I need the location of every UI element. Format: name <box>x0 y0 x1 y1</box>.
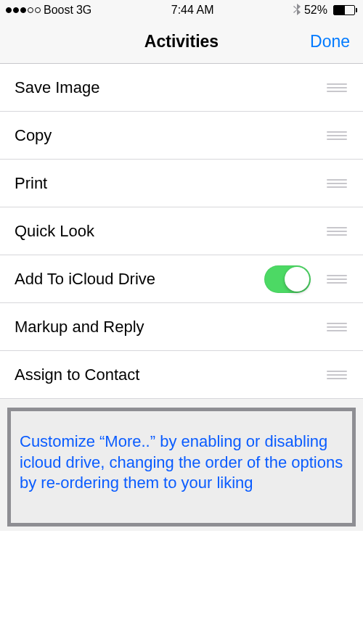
status-time: 7:44 AM <box>171 4 214 17</box>
row-print[interactable]: Print <box>0 160 363 207</box>
battery-percent: 52% <box>304 4 327 17</box>
row-label: Save Image <box>15 78 324 97</box>
network-type: 3G <box>76 4 91 17</box>
signal-strength-icon <box>6 7 41 13</box>
row-label: Quick Look <box>15 222 324 241</box>
row-label: Copy <box>15 126 324 145</box>
drag-handle-icon[interactable] <box>324 128 350 143</box>
row-add-to-icloud-drive[interactable]: Add To iCloud Drive <box>0 255 363 303</box>
row-markup-and-reply[interactable]: Markup and Reply <box>0 303 363 351</box>
row-label: Print <box>15 174 324 193</box>
row-label: Assign to Contact <box>15 366 324 384</box>
row-copy[interactable]: Copy <box>0 112 363 160</box>
drag-handle-icon[interactable] <box>324 272 350 286</box>
drag-handle-icon[interactable] <box>324 80 350 95</box>
row-assign-to-contact[interactable]: Assign to Contact <box>0 351 363 399</box>
carrier-label: Boost <box>44 4 73 17</box>
drag-handle-icon[interactable] <box>324 176 350 191</box>
row-save-image[interactable]: Save Image <box>0 64 363 112</box>
page-title: Activities <box>144 32 219 51</box>
callout-container: Customize “More..” by enabling or disabl… <box>0 399 363 531</box>
bluetooth-icon <box>293 4 301 17</box>
nav-bar: Activities Done <box>0 20 363 64</box>
annotation-callout: Customize “More..” by enabling or disabl… <box>7 408 356 527</box>
row-quick-look[interactable]: Quick Look <box>0 207 363 255</box>
activities-list: Save Image Copy Print Quick Look Add To … <box>0 64 363 399</box>
done-button[interactable]: Done <box>310 32 350 51</box>
row-label: Add To iCloud Drive <box>15 270 264 289</box>
status-left: Boost 3G <box>6 4 91 17</box>
drag-handle-icon[interactable] <box>324 224 350 239</box>
drag-handle-icon[interactable] <box>324 320 350 334</box>
row-label: Markup and Reply <box>15 318 324 337</box>
battery-icon <box>330 5 357 15</box>
status-bar: Boost 3G 7:44 AM 52% <box>0 0 363 20</box>
status-right: 52% <box>293 4 357 17</box>
icloud-drive-toggle[interactable] <box>264 265 311 293</box>
drag-handle-icon[interactable] <box>324 368 350 382</box>
